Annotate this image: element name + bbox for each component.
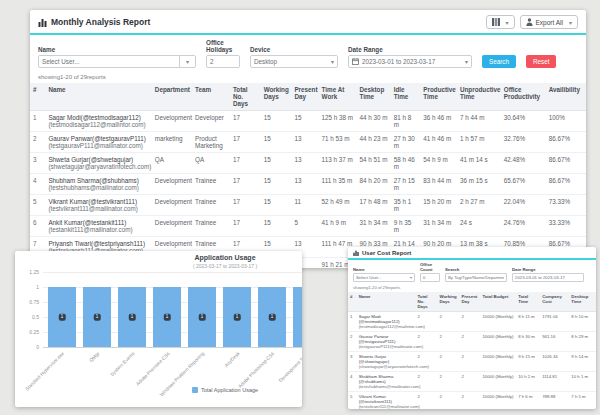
desktop-time-cell: 10 h 1 m bbox=[569, 372, 596, 392]
office-productivity-cell: 65.67% bbox=[501, 174, 546, 195]
uc-showing-count-text: showing1-20 of 29reports bbox=[348, 285, 596, 292]
user-email: (shwetagujar@aryavratinfotech.com) bbox=[359, 364, 414, 369]
availability-cell: 100% bbox=[546, 111, 586, 132]
analysis-table-body: 1Sagar Modi(@testmodisagar112)(testmodis… bbox=[30, 111, 586, 269]
usage-bar[interactable] bbox=[293, 287, 302, 347]
total-budget-cell: 10000 (Monthly) bbox=[480, 312, 516, 332]
table-row: 5Vikrant Kumar(@testvikrant111)(testvikr… bbox=[30, 195, 586, 216]
caret-down-icon: ▾ bbox=[410, 275, 412, 280]
idle-time-cell: 35 h 1 m bbox=[391, 195, 421, 216]
x-axis-category-label: AnyDesk bbox=[223, 351, 240, 368]
time-at-work-cell: 111 h 35 m bbox=[319, 174, 357, 195]
user-select[interactable]: Select User... ▾ bbox=[38, 55, 196, 68]
x-axis-category-label: Adobe Photoshop CS6 bbox=[237, 351, 275, 389]
uc-user-select-placeholder: Select User... bbox=[356, 275, 407, 280]
team-cell: Trainee bbox=[192, 195, 230, 216]
date-range-input[interactable]: 2023-03-01 to 2023-03-17 ▾ bbox=[348, 55, 472, 68]
department-cell: Development bbox=[152, 195, 192, 216]
uc-user-select[interactable]: Select User... ▾ bbox=[353, 273, 415, 282]
company-cost-cell: 941.16 bbox=[540, 332, 569, 352]
total-time-cell: 7 h 6 m bbox=[516, 392, 540, 410]
user-email: (testankit111@mailinator.com) bbox=[48, 226, 148, 233]
analysis-table-header-row: #NameDepartmentTeamTotal No. DaysWorking… bbox=[30, 83, 586, 111]
uc-office-count-value: 0 bbox=[423, 275, 425, 280]
total-budget-cell: 10000 (Monthly) bbox=[480, 332, 516, 352]
bar-value-label: 1 bbox=[129, 314, 136, 321]
uc-office-count-input[interactable]: 0 bbox=[420, 273, 440, 282]
bar-chart-icon bbox=[353, 250, 359, 256]
user-name-cell: Shweta Gurjar(@shwetagujar)(shwetagujar@… bbox=[45, 153, 151, 174]
page-title: Monthly Analysis Report bbox=[51, 17, 150, 27]
uc-date-range-input[interactable]: 2023-03-01 to 2023-03-17 bbox=[512, 273, 584, 282]
total-days-cell: 17 bbox=[230, 153, 261, 174]
table-row: 2Gaurav Panwar(@testgauravP111)(testgaur… bbox=[30, 132, 586, 153]
user-name-cell: Gaurav Panwar (@testgauravP111)(testgaur… bbox=[357, 332, 416, 352]
y-axis-tick-label: 0.25 bbox=[15, 329, 39, 335]
present-day-cell: 2 bbox=[459, 372, 480, 392]
column-header: Time At Work bbox=[319, 83, 357, 111]
user-name-cell: Shubham Sharma (@shubhams)(testshubhams@… bbox=[357, 372, 416, 392]
search-button[interactable]: Search bbox=[482, 55, 516, 68]
device-select[interactable]: Desktop ▾ bbox=[250, 55, 338, 68]
uc-date-range-label: Date Range bbox=[512, 267, 584, 272]
legend-swatch-icon bbox=[192, 387, 198, 393]
column-header: Desktop Time bbox=[356, 83, 390, 111]
select-caret-box[interactable]: ▾ bbox=[179, 56, 192, 67]
caret-down-icon: ▾ bbox=[506, 19, 509, 26]
row-number: 5 bbox=[30, 195, 45, 216]
present-day-cell: 13 bbox=[291, 153, 318, 174]
team-cell: Trainee bbox=[192, 174, 230, 195]
total-budget-cell: 10000 (Monthly) bbox=[480, 392, 516, 410]
uc-search-input[interactable] bbox=[445, 273, 507, 282]
user-name: Vikrant Kumar (@testvikrant111) bbox=[359, 394, 414, 404]
x-axis-category-label: Adobe Premiere CS6 bbox=[135, 351, 171, 387]
chart-legend[interactable]: Total Application Usage bbox=[15, 387, 302, 393]
unproductive-time-cell: 7 h 44 m bbox=[457, 111, 501, 132]
office-holidays-input[interactable]: 2 bbox=[206, 55, 240, 68]
user-name: Shubham Sharma (@shubhams) bbox=[359, 374, 414, 384]
time-at-work-cell: 113 h 37 m bbox=[319, 153, 357, 174]
table-row: 4Shubham Sharma (@shubhams)(testshubhams… bbox=[348, 372, 596, 392]
availability-cell: 86.67% bbox=[546, 153, 586, 174]
column-header: Working Days bbox=[261, 83, 292, 111]
total-time-cell: 10 h 2 m bbox=[516, 372, 540, 392]
columns-menu-button[interactable]: ▾ bbox=[486, 15, 515, 29]
user-cost-table-body: 1Sagar Modi (@testmodisagar112)(testmodi… bbox=[348, 312, 596, 410]
team-cell: QA bbox=[192, 153, 230, 174]
user-cost-table-header-row: #NameTotal No. DaysWorking DaysPresent D… bbox=[348, 292, 596, 312]
user-email: (testgauravP111@mailinator.com) bbox=[48, 142, 148, 149]
x-axis-category-label: Development Tools bbox=[278, 351, 302, 383]
total-days-cell: 17 bbox=[230, 111, 261, 132]
user-cost-title: User Cost Report bbox=[362, 250, 411, 256]
column-header: Idle Time bbox=[391, 83, 421, 111]
office-holidays-label: Office Holidays bbox=[206, 39, 240, 53]
row-number: 5 bbox=[348, 392, 357, 410]
caret-down-icon: ▾ bbox=[186, 58, 189, 65]
team-cell: Trainee bbox=[192, 216, 230, 237]
team-cell: Product Marketing bbox=[192, 132, 230, 153]
office-productivity-cell: 32.76% bbox=[501, 132, 546, 153]
working-days-cell: 2 bbox=[437, 332, 459, 352]
total-days-cell: 17 bbox=[230, 216, 261, 237]
present-day-cell: 2 bbox=[459, 352, 480, 372]
present-day-cell: 5 bbox=[291, 216, 318, 237]
working-days-cell: 15 bbox=[261, 216, 292, 237]
present-day-cell: 2 bbox=[459, 332, 480, 352]
user-name-cell: Sagar Modi (@testmodisagar112)(testmodis… bbox=[357, 312, 416, 332]
user-name: Shweta Gurjar (@shwetagujar) bbox=[359, 354, 414, 364]
table-row: 4Shubham Sharma(@shubhams)(testshubhams@… bbox=[30, 174, 586, 195]
user-cost-header: User Cost Report bbox=[348, 247, 596, 258]
productive-time-cell: 15 h 20 m bbox=[420, 195, 457, 216]
reset-button[interactable]: Reset bbox=[526, 55, 556, 68]
idle-time-cell: 27 h 30 m bbox=[391, 132, 421, 153]
availability-cell: 33.33% bbox=[546, 216, 586, 237]
department-cell: marketing bbox=[152, 132, 192, 153]
desktop-time-cell: 44 h 23 m bbox=[356, 132, 390, 153]
bar-value-label: 1 bbox=[59, 314, 66, 321]
table-row: 6Ankit Kumar(@testankit111)(testankit111… bbox=[30, 216, 586, 237]
column-header: Total Time bbox=[516, 292, 540, 312]
total-budget-cell: 10000 (Monthly) bbox=[480, 372, 516, 392]
user-email: (testvikrant111@mailinator.com) bbox=[359, 404, 414, 409]
export-all-button[interactable]: Export All ▾ bbox=[520, 15, 578, 29]
bar-value-label: 1 bbox=[234, 314, 241, 321]
